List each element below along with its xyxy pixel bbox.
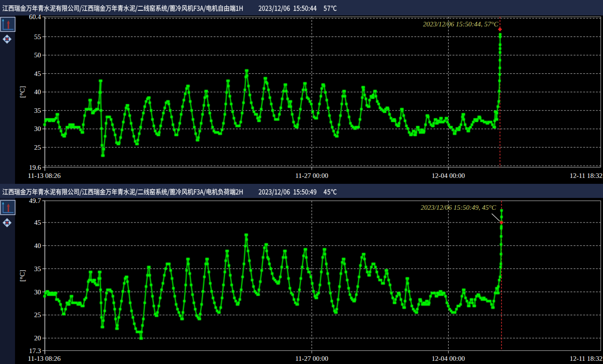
svg-text:25: 25 xyxy=(34,311,41,318)
svg-text:40: 40 xyxy=(34,88,41,96)
svg-text:25: 25 xyxy=(34,144,41,151)
svg-text:[°C]: [°C] xyxy=(19,270,26,282)
svg-text:30: 30 xyxy=(34,288,41,296)
svg-text:45: 45 xyxy=(34,219,41,226)
svg-text:2023/12/06 15:50:44, 57°C: 2023/12/06 15:50:44, 57°C xyxy=(423,20,499,28)
svg-text:12-04 00:00: 12-04 00:00 xyxy=(432,355,465,362)
svg-text:2023/12/06 15:50:49, 45°C: 2023/12/06 15:50:49, 45°C xyxy=(421,204,497,211)
svg-text:19.6: 19.6 xyxy=(29,164,41,171)
svg-text:45: 45 xyxy=(34,70,41,77)
svg-text:49.7: 49.7 xyxy=(29,197,41,204)
svg-text:11-13 08:26: 11-13 08:26 xyxy=(28,355,61,362)
svg-text:55: 55 xyxy=(34,33,41,40)
svg-text:50: 50 xyxy=(34,51,41,59)
svg-text:11-27 00:00: 11-27 00:00 xyxy=(295,172,328,179)
svg-text:20: 20 xyxy=(34,334,41,342)
svg-text:12-11 18:32: 12-11 18:32 xyxy=(570,355,603,362)
svg-text:35: 35 xyxy=(34,107,41,114)
svg-text:35: 35 xyxy=(34,265,41,273)
svg-text:12-11 18:32: 12-11 18:32 xyxy=(570,172,603,179)
svg-text:12-04 00:00: 12-04 00:00 xyxy=(432,172,465,179)
svg-text:60.4: 60.4 xyxy=(29,13,41,20)
svg-text:[°C]: [°C] xyxy=(19,86,26,98)
svg-text:40: 40 xyxy=(34,242,41,249)
svg-text:11-13 08:26: 11-13 08:26 xyxy=(28,172,61,179)
svg-text:11-27 00:00: 11-27 00:00 xyxy=(295,355,328,362)
svg-text:17.3: 17.3 xyxy=(29,347,41,354)
svg-text:30: 30 xyxy=(34,125,41,132)
